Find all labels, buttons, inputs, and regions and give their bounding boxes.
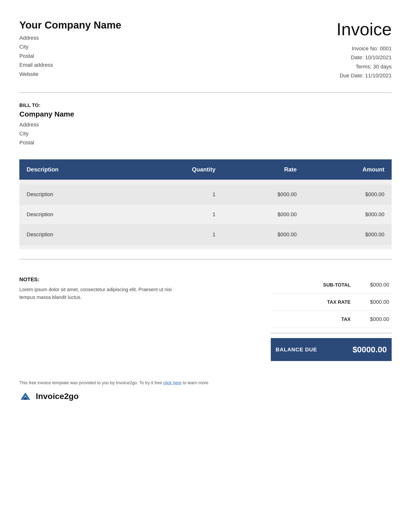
bill-to-address: Address (19, 120, 392, 129)
table-divider (19, 259, 392, 259)
header-divider (19, 92, 392, 93)
footer-suffix: to learn more (182, 380, 208, 385)
subtotal-row: SUB-TOTAL $000.00 (271, 276, 392, 294)
balance-due-row: BALANCE DUE $0000.00 (271, 338, 392, 361)
terms-value: 30 days (373, 64, 392, 70)
row2-description: Description (19, 204, 131, 224)
company-info: Your Company Name Address City Postal Em… (19, 19, 206, 79)
row1-quantity: 1 (131, 184, 223, 205)
row1-amount: $000.00 (304, 184, 392, 205)
invoice-title: Invoice (206, 19, 392, 39)
invoice2go-icon (19, 391, 31, 401)
col-quantity: Quantity (131, 159, 223, 180)
company-website: Website (19, 70, 206, 79)
bill-to-postal: Postal (19, 138, 392, 147)
spacer-row-bottom (19, 245, 392, 249)
invoice-number: Invoice No: 0001 (206, 44, 392, 53)
row1-rate: $000.00 (223, 184, 304, 205)
row1-description: Description (19, 184, 131, 205)
bill-to-company: Company Name (19, 110, 392, 118)
company-postal: Postal (19, 51, 206, 60)
col-rate: Rate (223, 159, 304, 180)
invoice-terms: Terms: 30 days (206, 62, 392, 71)
invoice-header: Your Company Name Address City Postal Em… (19, 19, 392, 80)
footer-text: This free invoice template was provided … (19, 380, 392, 385)
tax-value: $000.00 (358, 316, 389, 322)
invoice-date: Date: 10/10/2021 (206, 53, 392, 62)
subtotal-value: $000.00 (358, 282, 389, 288)
invoice-table: Description Quantity Rate Amount Descrip… (19, 159, 392, 249)
company-email: Email address (19, 60, 206, 69)
bottom-section: NOTES: Lorem ipsum dolor sit amet, conse… (19, 272, 392, 361)
row3-amount: $000.00 (304, 224, 392, 245)
notes-text: Lorem ipsum dolor sit amet, consectetur … (19, 285, 174, 301)
terms-label: Terms: (356, 64, 372, 70)
row3-description: Description (19, 224, 131, 245)
due-date-value: 11/10/2021 (365, 73, 392, 79)
spacer-row-top (19, 180, 392, 184)
footer: This free invoice template was provided … (19, 380, 392, 401)
table-row: Description 1 $000.00 $000.00 (19, 204, 392, 224)
due-date-label: Due Date: (340, 73, 364, 79)
table-header-row: Description Quantity Rate Amount (19, 159, 392, 180)
company-city: City (19, 42, 206, 51)
table-row: Description 1 $000.00 $000.00 (19, 224, 392, 245)
date-value: 10/10/2021 (365, 54, 392, 60)
bill-to-section: BILL TO: Company Name Address City Posta… (19, 103, 392, 147)
balance-due-value: $0000.00 (353, 345, 387, 354)
invoice-due-date: Due Date: 11/10/2021 (206, 71, 392, 80)
notes-section: NOTES: Lorem ipsum dolor sit amet, conse… (19, 276, 188, 301)
bill-to-city: City (19, 129, 392, 138)
row2-amount: $000.00 (304, 204, 392, 224)
col-amount: Amount (304, 159, 392, 180)
row2-rate: $000.00 (223, 204, 304, 224)
row3-quantity: 1 (131, 224, 223, 245)
tax-rate-row: TAX RATE $000.00 (271, 294, 392, 311)
footer-link[interactable]: click here (163, 380, 182, 385)
date-label: Date: (351, 54, 364, 60)
row2-quantity: 1 (131, 204, 223, 224)
company-address: Address (19, 33, 206, 42)
tax-label: TAX (273, 316, 358, 322)
invoice-no-label: Invoice No: (352, 46, 378, 51)
table-row: Description 1 $000.00 $000.00 (19, 184, 392, 205)
tax-row: TAX $000.00 (271, 311, 392, 328)
invoice-no-value: 0001 (380, 46, 392, 51)
tax-rate-label: TAX RATE (273, 299, 358, 305)
balance-due-label: BALANCE DUE (276, 347, 317, 353)
notes-label: NOTES: (19, 276, 174, 283)
company-name: Your Company Name (19, 19, 206, 31)
row3-rate: $000.00 (223, 224, 304, 245)
tax-rate-value: $000.00 (358, 299, 389, 305)
col-description: Description (19, 159, 131, 180)
brand-name: Invoice2go (36, 391, 79, 401)
bill-to-label: BILL TO: (19, 103, 392, 108)
totals-divider (271, 333, 392, 333)
invoice-info: Invoice Invoice No: 0001 Date: 10/10/202… (206, 19, 392, 80)
brand-section: Invoice2go (19, 391, 392, 401)
subtotal-label: SUB-TOTAL (273, 282, 358, 288)
footer-prefix: This free invoice template was provided … (19, 380, 163, 385)
totals-section: SUB-TOTAL $000.00 TAX RATE $000.00 TAX $… (271, 276, 392, 361)
